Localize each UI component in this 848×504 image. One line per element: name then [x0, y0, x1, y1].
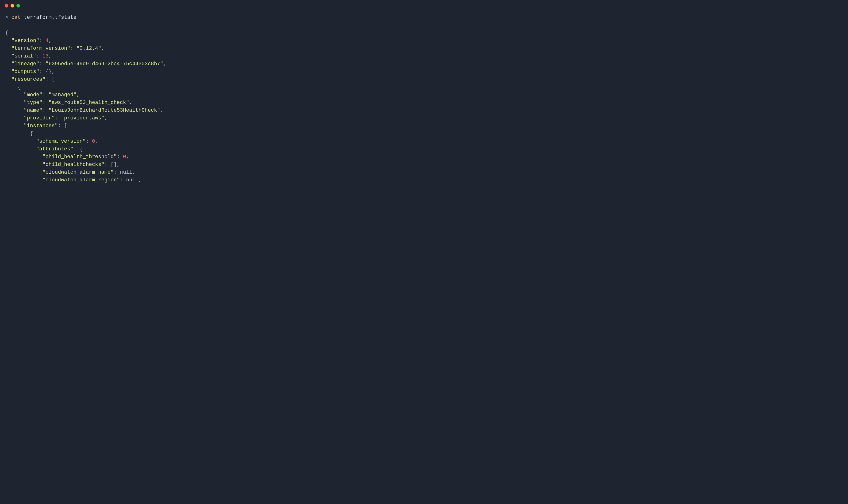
titlebar — [0, 0, 332, 11]
command: cat — [11, 15, 21, 20]
colon: : — [58, 123, 64, 129]
comma: , — [105, 115, 107, 121]
json-key: "instances" — [24, 123, 58, 129]
colon: : — [113, 169, 120, 175]
comma: , — [49, 38, 52, 44]
indent — [5, 38, 11, 44]
comma: , — [139, 177, 142, 183]
json-line: "lineage": "6395ed5e-49d9-d469-2bc4-75c4… — [5, 60, 327, 68]
json-key: "resources" — [11, 76, 45, 82]
indent — [5, 177, 42, 183]
comma: , — [49, 53, 52, 59]
colon: : — [117, 154, 123, 160]
json-key: "version" — [11, 38, 39, 44]
json-key: "terraform_version" — [11, 46, 70, 51]
maximize-icon[interactable] — [16, 4, 20, 7]
json-line: "terraform_version": "0.12.4", — [5, 44, 327, 52]
colon: : — [104, 162, 110, 167]
command-line: > cat terraform.tfstate — [5, 14, 327, 21]
colon: : — [73, 146, 80, 152]
empty-array: [] — [110, 162, 117, 167]
json-line: "outputs": {}, — [5, 68, 327, 75]
json-line: "name": "LouisJohnBichardRoute53HealthCh… — [5, 107, 327, 114]
comma: , — [126, 154, 129, 160]
bracket-open: [ — [64, 123, 67, 129]
empty-object: {} — [46, 69, 52, 75]
indent — [5, 46, 11, 51]
indent — [5, 169, 42, 175]
indent — [5, 139, 36, 144]
colon: : — [39, 38, 45, 44]
json-key: "mode" — [24, 92, 42, 98]
colon: : — [46, 76, 52, 82]
indent — [5, 92, 24, 98]
json-line: "serial": 13, — [5, 52, 327, 60]
json-number: 4 — [46, 38, 49, 44]
prompt-symbol: > — [5, 15, 11, 20]
minimize-icon[interactable] — [11, 4, 14, 7]
json-line: "cloudwatch_alarm_region": null, — [5, 176, 327, 184]
blank-line — [5, 21, 327, 29]
colon: : — [42, 92, 48, 98]
json-key: "provider" — [24, 115, 55, 121]
json-key: "type" — [24, 100, 42, 106]
indent — [5, 123, 24, 129]
terminal-window: > cat terraform.tfstate { "version": 4, … — [0, 0, 332, 198]
comma: , — [95, 139, 98, 144]
comma: , — [117, 162, 120, 167]
json-line: "provider": "provider.aws", — [5, 114, 327, 122]
json-key: "attributes" — [36, 146, 73, 152]
indent — [5, 131, 30, 137]
bracket-open: [ — [52, 76, 55, 82]
json-key: "cloudwatch_alarm_name" — [42, 169, 113, 175]
colon: : — [120, 177, 126, 183]
indent — [5, 84, 18, 90]
comma: , — [132, 169, 135, 175]
json-line: "mode": "managed", — [5, 91, 327, 99]
json-line: "attributes": { — [5, 145, 327, 153]
indent — [5, 69, 11, 75]
command-argument: terraform.tfstate — [21, 15, 76, 20]
indent — [5, 154, 42, 160]
indent — [5, 115, 24, 121]
indent — [5, 76, 11, 82]
comma: , — [52, 69, 55, 75]
json-string: "aws_route53_health_check" — [49, 100, 129, 106]
colon: : — [39, 69, 45, 75]
json-key: "child_healthchecks" — [42, 162, 104, 167]
colon: : — [70, 46, 76, 51]
colon: : — [36, 53, 42, 59]
json-key: "serial" — [11, 53, 36, 59]
json-line: "type": "aws_route53_health_check", — [5, 99, 327, 107]
indent — [5, 53, 11, 59]
comma: , — [101, 46, 104, 51]
json-line: "child_healthchecks": [], — [5, 161, 327, 168]
json-number: 0 — [92, 139, 95, 144]
json-null: null — [126, 177, 139, 183]
colon: : — [39, 61, 45, 67]
json-line: "schema_version": 0, — [5, 138, 327, 145]
json-line: "cloudwatch_alarm_name": null, — [5, 168, 327, 176]
comma: , — [129, 100, 132, 106]
indent — [5, 146, 36, 152]
json-line: { — [5, 130, 327, 138]
json-string: "0.12.4" — [76, 46, 102, 51]
comma: , — [163, 61, 166, 67]
json-key: "child_health_threshold" — [42, 154, 117, 160]
terminal-output[interactable]: > cat terraform.tfstate { "version": 4, … — [0, 11, 332, 189]
json-key: "lineage" — [11, 61, 39, 67]
json-key: "name" — [24, 107, 42, 113]
json-line: "version": 4, — [5, 37, 327, 44]
json-number: 0 — [123, 154, 126, 160]
json-key: "schema_version" — [36, 139, 86, 144]
comma: , — [160, 107, 163, 113]
json-string: "6395ed5e-49d9-d469-2bc4-75c44303c8b7" — [46, 61, 163, 67]
brace-open: { — [18, 84, 21, 90]
json-string: "provider.aws" — [61, 115, 105, 121]
json-number: 13 — [42, 53, 48, 59]
indent — [5, 61, 11, 67]
json-line: "resources": [ — [5, 75, 327, 83]
brace-open: { — [80, 146, 83, 152]
colon: : — [86, 139, 92, 144]
close-icon[interactable] — [5, 4, 8, 7]
